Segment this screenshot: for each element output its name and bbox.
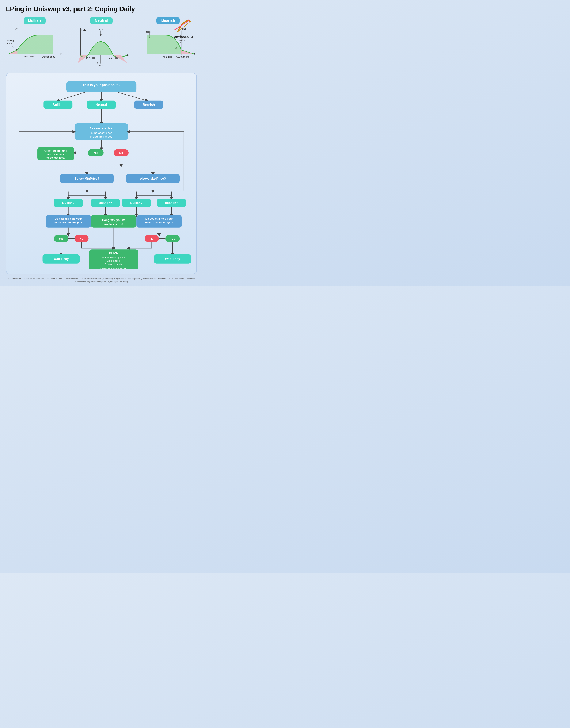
svg-text:Wait 1 day: Wait 1 day [165,257,180,260]
logo-text: yewbow.org [173,35,193,39]
svg-text:Ask once a day:: Ask once a day: [89,127,113,130]
yewbow-logo-icon [174,17,193,34]
svg-text:MinPrice: MinPrice [86,57,95,59]
svg-text:Bearish?: Bearish? [165,201,178,204]
svg-text:initial assumption(s)?: initial assumption(s)? [145,221,173,224]
svg-text:Withdraw all liquidity.: Withdraw all liquidity. [102,256,125,259]
svg-text:MaxPrice: MaxPrice [24,55,34,58]
svg-text:Is the asset price: Is the asset price [90,131,112,134]
svg-text:Congrats, you've: Congrats, you've [102,219,125,222]
svg-text:BURN: BURN [109,251,118,255]
svg-text:Neutral: Neutral [96,103,107,107]
svg-text:fees: fees [146,31,151,33]
svg-marker-11 [127,54,129,56]
svg-text:to collect fees.: to collect fees. [46,156,65,159]
svg-text:Bullish?: Bullish? [130,201,142,204]
neutral-chart-svg: P/L fees MinPrice MaxPrice Starting Pric… [73,25,130,67]
svg-text:Collect fees.: Collect fees. [107,259,120,262]
svg-text:Yes: Yes [59,237,64,240]
chart-neutral: Neutral P/L fees MinPrice MaxPrice Start… [73,17,130,67]
svg-text:Price: Price [7,42,12,45]
svg-text:Do you still hold your: Do you still hold your [55,217,82,220]
svg-text:P/L: P/L [81,28,86,31]
svg-line-38 [118,92,147,101]
charts-section: Bullish P/L Asset price Starting Price M… [6,17,197,67]
svg-text:Price: Price [179,42,184,44]
svg-text:Bearish: Bearish [143,103,155,107]
svg-text:Bullish?: Bullish? [62,201,74,204]
svg-text:fees: fees [99,28,103,30]
svg-text:Repay all debts.: Repay all debts. [105,263,123,265]
svg-text:Bearish?: Bearish? [99,201,112,204]
page-title: LPing in Uniswap v3, part 2: Coping Dail… [6,5,197,13]
svg-text:initial assumption(s)?: initial assumption(s)? [54,221,82,224]
chart-bullish: Bullish P/L Asset price Starting Price M… [6,17,63,62]
svg-text:Above MaxPrice?: Above MaxPrice? [140,177,166,180]
svg-text:Bullish: Bullish [53,103,63,107]
svg-marker-2 [61,53,62,55]
svg-line-7 [12,46,17,50]
bullish-chart-svg: P/L Asset price Starting Price MaxPrice [6,25,63,62]
logo-area: yewbow.org [169,17,197,39]
neutral-label: Neutral [90,17,112,24]
svg-text:Yes: Yes [93,151,98,154]
svg-text:This is your position if...: This is your position if... [82,83,120,87]
svg-text:Below MinPrice?: Below MinPrice? [74,177,99,180]
flowchart-container: This is your position if... Bullish Neut… [6,73,197,274]
svg-text:Do you still hold your: Do you still hold your [146,217,173,220]
svg-text:made a profit!: made a profit! [104,223,123,226]
flowchart-svg: This is your position if... Bullish Neut… [11,79,192,269]
svg-text:No: No [119,151,123,154]
svg-text:Yes: Yes [170,237,175,240]
svg-text:Wait 1 day: Wait 1 day [53,257,69,260]
svg-text:Starting: Starting [178,39,185,41]
svg-marker-22 [194,53,196,55]
svg-text:Starting: Starting [6,39,13,42]
svg-text:Price: Price [98,65,103,67]
svg-text:No: No [79,237,83,240]
svg-text:No: No [150,237,154,240]
svg-text:inside the range?: inside the range? [90,135,112,138]
svg-text:Establish a new position.: Establish a new position. [100,267,127,269]
footer-text: The contents on this post are for inform… [6,277,197,283]
svg-text:Great! Do nothing: Great! Do nothing [44,149,67,152]
svg-text:MinPrice: MinPrice [163,55,172,58]
bullish-label: Bullish [24,17,46,24]
svg-text:Asset price: Asset price [42,55,55,58]
svg-text:Asset price: Asset price [176,55,189,58]
svg-text:P/L: P/L [15,27,19,31]
svg-line-36 [58,92,85,101]
svg-text:and continue: and continue [47,153,64,156]
